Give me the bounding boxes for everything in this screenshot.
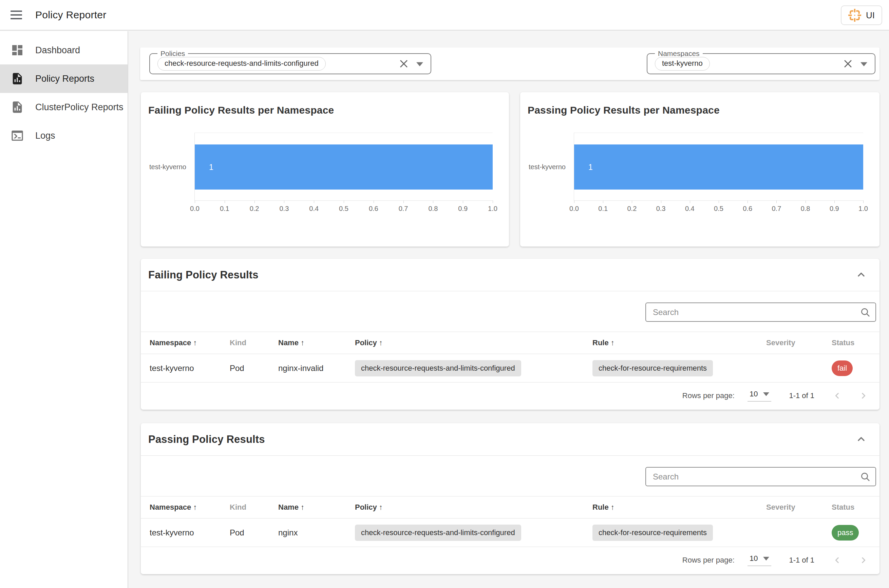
failing-bar-chart: test-kyverno 1 0.00.10.20.30.40.50.60.70…: [194, 133, 493, 201]
sidebar-item-policy-reports[interactable]: Policy Reports: [0, 64, 128, 93]
column-header-name[interactable]: Name↑: [278, 338, 355, 347]
dropdown-arrow-icon: [763, 557, 769, 561]
bar-test-kyverno[interactable]: 1: [574, 144, 863, 189]
column-header-severity[interactable]: Severity: [766, 338, 832, 347]
x-tick-mark: [574, 200, 575, 203]
bar-test-kyverno[interactable]: 1: [195, 144, 493, 189]
column-header-namespace[interactable]: Namespace↑: [150, 338, 230, 347]
sort-arrow-icon: ↑: [193, 503, 197, 512]
chevron-left-icon: [833, 391, 842, 400]
x-tick-label: 0.3: [656, 205, 666, 213]
clear-icon[interactable]: [398, 58, 409, 69]
card-header: Failing Policy Results: [141, 259, 880, 291]
dropdown-arrow-icon[interactable]: [416, 62, 423, 66]
console-icon: [10, 129, 24, 143]
x-tick-mark: [344, 200, 344, 203]
column-header-policy[interactable]: Policy↑: [355, 338, 593, 347]
x-tick-label: 0.2: [627, 205, 636, 213]
clear-icon[interactable]: [842, 58, 854, 69]
rows-per-page-select[interactable]: 10: [748, 390, 771, 402]
sort-arrow-icon: ↑: [379, 338, 383, 347]
table-pagination: Rows per page: 10 1-1 of 1: [141, 382, 880, 409]
sidebar-item-clusterpolicy-reports[interactable]: ClusterPolicy Reports: [0, 93, 128, 122]
collapse-button[interactable]: [853, 267, 869, 283]
failing-chart-card: Failing Policy Results per Namespace tes…: [141, 92, 509, 246]
namespaces-filter[interactable]: Namespaces test-kyverno: [647, 53, 875, 74]
sidebar-item-label: Logs: [35, 130, 55, 141]
x-tick-mark: [776, 200, 777, 203]
pagination-range: 1-1 of 1: [789, 556, 814, 565]
dropdown-arrow-icon[interactable]: [860, 62, 867, 66]
dropdown-arrow-icon: [763, 392, 769, 396]
sidebar-item-logs[interactable]: Logs: [0, 122, 128, 150]
collapse-button[interactable]: [853, 431, 869, 448]
x-tick-label: 0.0: [569, 205, 579, 213]
column-header-status[interactable]: Status: [832, 338, 880, 347]
passing-bar-chart: test-kyverno 1 0.00.10.20.30.40.50.60.70…: [574, 133, 863, 201]
section-title: Passing Policy Results: [148, 434, 265, 446]
x-tick-label: 0.7: [772, 205, 781, 213]
next-page-button[interactable]: [856, 553, 871, 568]
x-tick-label: 0.3: [279, 205, 289, 213]
policy-chip: check-resource-requests-and-limits-confi…: [355, 525, 521, 541]
search-icon: [860, 471, 871, 482]
column-header-rule[interactable]: Rule↑: [593, 503, 766, 512]
table-row[interactable]: test-kyverno Pod nginx-invalid check-res…: [141, 354, 880, 382]
table-toolbar: [141, 456, 880, 496]
chevron-right-icon: [859, 555, 868, 565]
table-row[interactable]: test-kyverno Pod nginx check-resource-re…: [141, 519, 880, 547]
x-tick-mark: [603, 200, 603, 203]
status-badge: fail: [832, 360, 853, 376]
ui-button[interactable]: UI: [841, 5, 882, 25]
column-header-kind[interactable]: Kind: [230, 338, 278, 347]
table-header-row: Namespace↑ Kind Name↑ Policy↑ Rule↑ Seve…: [141, 332, 880, 354]
cell-name: nginx-invalid: [278, 363, 355, 373]
column-header-status[interactable]: Status: [832, 503, 880, 512]
rows-per-page-select[interactable]: 10: [748, 554, 771, 566]
cell-name: nginx: [278, 528, 355, 537]
sidebar-item-dashboard[interactable]: Dashboard: [0, 36, 128, 64]
previous-page-button[interactable]: [830, 553, 845, 568]
column-header-severity[interactable]: Severity: [766, 503, 832, 512]
x-tick-mark: [748, 200, 748, 203]
cell-kind: Pod: [230, 363, 278, 373]
sidebar-item-label: Dashboard: [35, 45, 80, 56]
x-tick-mark: [632, 200, 632, 203]
kyverno-logo-icon: [848, 9, 861, 22]
namespace-filter-chip[interactable]: test-kyverno: [655, 57, 710, 70]
next-page-button[interactable]: [856, 388, 871, 403]
column-header-rule[interactable]: Rule↑: [593, 338, 766, 347]
x-tick-mark: [403, 200, 404, 203]
status-badge: pass: [832, 525, 859, 540]
column-header-policy[interactable]: Policy↑: [355, 503, 593, 512]
x-tick-label: 1.0: [488, 205, 498, 213]
chart-title: Passing Policy Results per Namespace: [528, 105, 720, 116]
sort-arrow-icon: ↑: [611, 338, 615, 347]
previous-page-button[interactable]: [830, 388, 845, 403]
search-input[interactable]: [646, 303, 875, 321]
x-tick-label: 0.1: [598, 205, 608, 213]
section-title: Failing Policy Results: [148, 269, 259, 281]
x-tick-label: 0.6: [369, 205, 378, 213]
x-tick-mark: [463, 200, 463, 203]
search-input[interactable]: [646, 468, 875, 486]
x-tick-label: 0.1: [220, 205, 229, 213]
column-header-name[interactable]: Name↑: [278, 503, 355, 512]
policies-filter[interactable]: Policies check-resource-requests-and-lim…: [149, 53, 431, 74]
x-tick-label: 0.4: [309, 205, 319, 213]
x-tick-mark: [314, 200, 314, 203]
policy-filter-chip[interactable]: check-resource-requests-and-limits-confi…: [158, 57, 326, 70]
sidebar-item-label: ClusterPolicy Reports: [35, 102, 123, 112]
passing-chart-card: Passing Policy Results per Namespace tes…: [520, 92, 880, 246]
column-header-namespace[interactable]: Namespace↑: [150, 503, 230, 512]
chevron-right-icon: [859, 391, 868, 400]
sort-arrow-icon: ↑: [193, 338, 197, 347]
chevron-up-icon: [856, 270, 866, 280]
cell-kind: Pod: [230, 528, 278, 537]
cell-namespace: test-kyverno: [150, 528, 230, 537]
x-tick-label: 0.8: [801, 205, 810, 213]
rows-per-page-label: Rows per page:: [682, 556, 735, 565]
namespaces-filter-label: Namespaces: [655, 50, 703, 58]
column-header-kind[interactable]: Kind: [230, 503, 278, 512]
menu-icon[interactable]: [8, 6, 25, 24]
